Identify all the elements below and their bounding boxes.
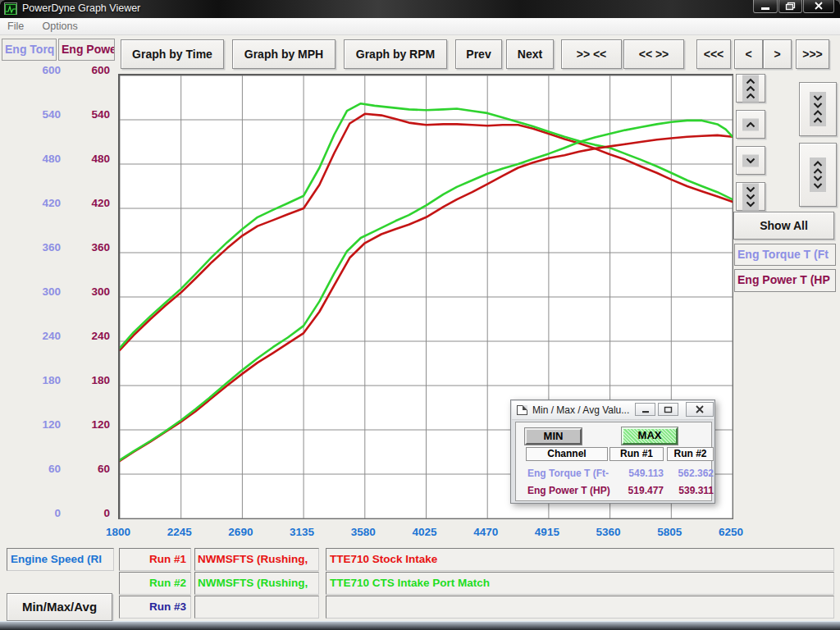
graph-by-mph-button[interactable]: Graph by MPH [232,39,336,69]
minmax-body: MIN MAX Channel Run #1 Run #2 Eng Torque… [515,422,712,501]
y-tick-label: 0 [69,507,110,520]
y-tick-label: 120 [20,418,61,431]
tab-eng-power[interactable]: Eng Powe [58,39,115,61]
y-tick-label: 480 [69,153,110,166]
chevron-expand-icon [810,158,826,192]
run3-description [326,596,834,619]
run1-label: Run #1 [119,548,191,571]
y-tick-label: 60 [69,463,110,476]
title-bar: PowerDyne Graph Viewer [0,0,840,19]
prev-button[interactable]: Prev [455,39,502,69]
y-tick-label: 420 [69,197,110,210]
y-tick-label: 300 [20,285,61,299]
y-tick-label: 540 [69,108,110,121]
menu-options[interactable]: Options [35,18,85,32]
zoom-out-y-button[interactable] [799,143,837,207]
torque-max-run1: 549.113 [608,468,664,479]
tab-eng-torque[interactable]: Eng Torq [2,39,57,61]
zoom-out-x-button[interactable]: << >> [623,39,684,69]
window-title: PowerDyne Graph Viewer [22,2,140,14]
power-max-run1: 519.477 [608,485,664,496]
y-tick-label: 240 [20,330,61,343]
min-toggle-button[interactable]: MIN [525,428,582,445]
x-tick-label: 6250 [705,526,757,539]
y-tick-label: 360 [20,241,61,254]
powerdyne-window: PowerDyne Graph Viewer File Options Eng … [0,0,840,630]
x-tick-label: 3580 [337,526,390,539]
power-channel-box: Eng Power T (HP [734,269,836,292]
y-tick-label: 0 [20,507,61,520]
x-tick-label: 3135 [276,526,328,539]
minmax-window: Min / Max / Avg Valu... MIN MAX Channel … [510,399,715,504]
power-max-run2: 539.311 [664,485,714,496]
x-tick-label: 4470 [459,526,512,539]
row-label-torque: Eng Torque T (Ft- [527,468,616,479]
minmax-restore-button[interactable] [658,403,678,416]
chevron-collapse-icon [810,92,826,126]
next-button[interactable]: Next [506,39,554,69]
minmax-minimize-button[interactable] [635,403,655,416]
scroll-down-fast-button[interactable] [736,182,765,211]
run2-label: Run #2 [119,572,191,595]
torque-max-run2: 562.362 [664,468,714,479]
y-tick-label: 180 [20,374,61,387]
scroll-right-button[interactable]: > [763,39,792,69]
chevron-up-icon [742,118,759,130]
x-tick-label: 1800 [92,526,144,539]
x-tick-label: 2690 [214,526,267,539]
scroll-far-left-button[interactable]: <<< [696,39,731,69]
scroll-left-button[interactable]: < [734,39,763,69]
torque-channel-box: Eng Torque T (Ft [734,244,836,266]
close-button[interactable] [803,0,834,13]
app-icon [4,2,17,15]
column-header-channel: Channel [526,447,608,461]
menu-file[interactable]: File [0,18,31,32]
scroll-down-button[interactable] [736,146,765,175]
run2-file: NWMSFTS (Rushing, [194,572,319,595]
run2-description: TTE710 CTS Intake Port Match [326,572,834,595]
maximize-restore-button[interactable] [778,0,802,13]
minmax-titlebar[interactable]: Min / Max / Avg Valu... [512,401,714,420]
minmax-window-icon [517,405,527,415]
menu-bar: File Options [0,18,840,35]
x-tick-label: 5805 [643,526,696,539]
chevron-triple-down-icon [742,183,759,210]
x-tick-label: 2245 [153,526,206,539]
scroll-up-fast-button[interactable] [736,74,765,103]
y-tick-label: 240 [69,330,110,343]
run3-file [194,596,319,619]
minmax-title: Min / Max / Avg Valu... [532,404,629,416]
x-tick-label: 4025 [399,526,451,539]
scroll-up-button[interactable] [736,110,765,139]
x-axis-channel-box: Engine Speed (RI [7,548,114,571]
y-tick-label: 60 [20,463,61,476]
graph-by-rpm-button[interactable]: Graph by RPM [344,39,447,69]
x-tick-label: 4915 [521,526,573,539]
max-toggle-button[interactable]: MAX [622,427,678,445]
minmaxavg-button[interactable]: Min/Max/Avg [7,593,112,621]
y-tick-label: 420 [20,197,61,210]
graph-by-time-button[interactable]: Graph by Time [121,39,224,69]
y-tick-label: 360 [69,241,110,254]
run1-file: NWMSFTS (Rushing, [194,548,319,571]
y-tick-label: 600 [69,64,110,77]
zoom-in-x-button[interactable]: >> << [561,39,622,69]
y-tick-label: 180 [69,374,110,387]
column-header-run1: Run #1 [609,447,664,461]
chevron-down-icon [742,154,759,167]
row-label-power: Eng Power T (HP) [527,485,616,496]
minimize-button[interactable] [753,0,778,13]
run3-label: Run #3 [119,596,191,619]
window-bottom-frame [0,621,840,630]
scroll-far-right-button[interactable]: >>> [796,39,829,69]
chevron-triple-up-icon [742,75,759,102]
zoom-in-y-button[interactable] [799,82,837,136]
y-tick-label: 540 [20,108,61,121]
minmax-close-button[interactable] [686,402,714,417]
show-all-button[interactable]: Show All [733,212,834,240]
run1-description: TTE710 Stock Intake [326,548,834,571]
y-tick-label: 120 [69,418,110,431]
y-tick-label: 300 [69,285,110,299]
y-tick-label: 600 [20,64,61,77]
y-tick-label: 480 [20,153,61,166]
